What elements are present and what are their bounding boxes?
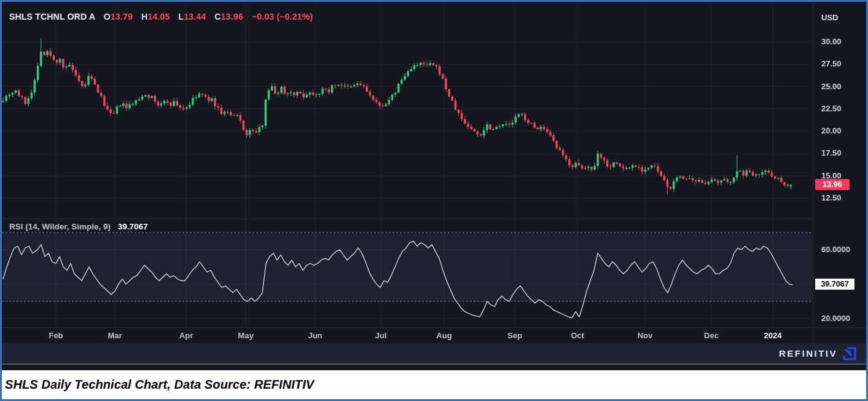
time-axis-label-2024: 2024 [764,328,782,343]
price-tick-label: 20.00 [821,126,842,135]
price-tick-label: 17.50 [821,148,842,157]
rsi-current-value: 39.7067 [118,222,148,231]
refinitiv-brand: REFINITIV [779,343,856,363]
rsi-settings-label: RSI (14, Wilder, Simple, 9) [9,222,111,231]
low-value: 13.44 [184,12,206,22]
change-value: −0.03 (−0.21%) [252,12,313,22]
caption-text: SHLS Daily Technical Chart, Data Source:… [2,378,314,392]
currency-label: USD [821,13,838,22]
refinitiv-wordmark: REFINITIV [779,348,837,359]
time-axis-label-jun: Jun [308,328,322,343]
time-axis-label-mar: Mar [108,328,122,343]
time-axis-label-dec: Dec [704,328,719,343]
price-tick-label: 30.00 [821,37,842,46]
time-axis-label-apr: Apr [179,328,193,343]
refinitiv-logo-icon [843,347,856,360]
price-tick-label: 12.50 [821,193,842,202]
candlestick-rsi-plot[interactable] [2,2,866,343]
axis-separator-line [813,2,813,343]
close-value: 13.96 [221,12,243,22]
time-axis-label-feb: Feb [49,328,63,343]
price-tick-label: 22.50 [821,104,842,113]
time-axis-label-aug: Aug [436,328,452,343]
rsi-tick-label: 20.0000 [821,314,850,323]
low-label: L [178,12,184,22]
rsi-tick-label: 60.0000 [821,245,850,254]
rsi-value-badge: 39.7067 [815,279,854,290]
price-tick-label: 25.00 [821,82,842,91]
symbol-name: SHLS TCHNL ORD A [9,12,95,22]
time-axis-label-jul: Jul [375,328,387,343]
price-tick-label: 27.50 [821,59,842,68]
caption-strip: SHLS Daily Technical Chart, Data Source:… [2,370,866,399]
close-label: C [214,12,221,22]
high-value: 14.05 [147,12,170,22]
trading-chart-panel[interactable]: SHLS TCHNL ORD A O13.79 H14.05 L13.44 C1… [2,2,866,370]
last-price-badge: 13.96 [815,179,850,190]
price-axis[interactable]: USD 30.0027.5025.0022.5020.0017.5015.001… [813,2,866,343]
time-axis-label-sep: Sep [507,328,522,343]
high-label: H [141,12,147,22]
open-value: 13.79 [111,12,133,22]
open-label: O [104,12,111,22]
time-axis[interactable]: FebMarAprMayJunJulAugSepOctNovDec2024 [2,328,813,343]
chart-frame: SHLS TCHNL ORD A O13.79 H14.05 L13.44 C1… [0,0,868,401]
time-axis-label-oct: Oct [571,328,584,343]
time-axis-label-may: May [238,328,253,343]
footer-toolbar: REFINITIV [2,343,866,363]
rsi-indicator-legend[interactable]: RSI (14, Wilder, Simple, 9) 39.7067 [9,222,148,231]
symbol-ohlc-legend[interactable]: SHLS TCHNL ORD A O13.79 H14.05 L13.44 C1… [9,12,313,22]
footer-bottom-strip [2,365,866,370]
time-axis-label-nov: Nov [638,328,653,343]
